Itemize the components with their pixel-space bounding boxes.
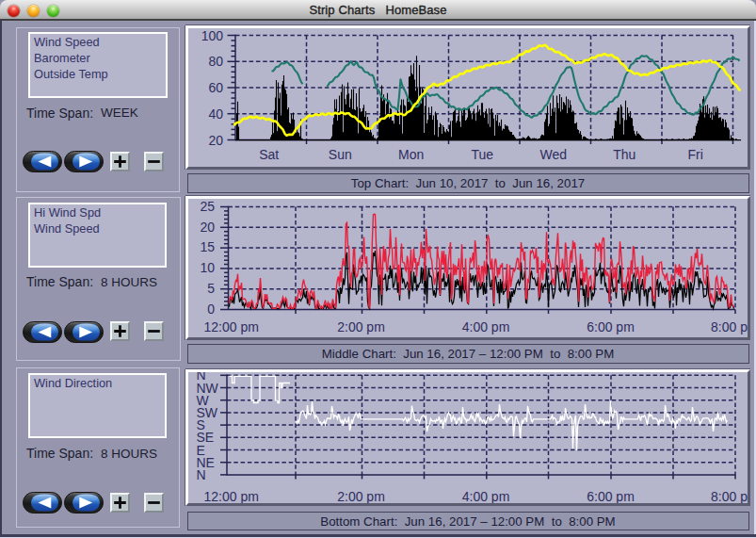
svg-text:5: 5 — [207, 281, 215, 296]
svg-text:20: 20 — [208, 132, 223, 147]
svg-text:2:00 pm: 2:00 pm — [337, 489, 385, 503]
svg-text:Sat: Sat — [259, 146, 279, 161]
svg-text:Tue: Tue — [471, 146, 493, 161]
svg-text:60: 60 — [208, 80, 223, 95]
svg-text:6:00 pm: 6:00 pm — [587, 319, 635, 334]
svg-text:100: 100 — [201, 28, 223, 43]
svg-text:10: 10 — [200, 260, 215, 275]
svg-text:4:00 pm: 4:00 pm — [461, 319, 509, 334]
svg-text:40: 40 — [208, 106, 223, 121]
svg-text:0: 0 — [207, 301, 215, 316]
svg-text:8:00 pm: 8:00 pm — [711, 319, 748, 334]
svg-text:Wed: Wed — [539, 146, 567, 161]
svg-text:Mon: Mon — [398, 146, 424, 161]
svg-text:12:00 pm: 12:00 pm — [203, 489, 258, 503]
svg-text:8:00 pm: 8:00 pm — [711, 489, 748, 503]
svg-text:12:00 pm: 12:00 pm — [203, 319, 258, 334]
svg-text:Fri: Fri — [687, 146, 702, 161]
svg-text:25: 25 — [200, 199, 215, 214]
svg-text:20: 20 — [200, 219, 215, 234]
svg-text:2:00 pm: 2:00 pm — [337, 319, 385, 334]
svg-text:4:00 pm: 4:00 pm — [461, 489, 509, 503]
svg-text:Sun: Sun — [328, 146, 351, 161]
svg-text:15: 15 — [200, 239, 215, 254]
svg-text:Thu: Thu — [613, 146, 635, 161]
svg-text:N: N — [196, 467, 205, 482]
svg-text:6:00 pm: 6:00 pm — [587, 489, 635, 503]
svg-text:80: 80 — [208, 54, 223, 69]
